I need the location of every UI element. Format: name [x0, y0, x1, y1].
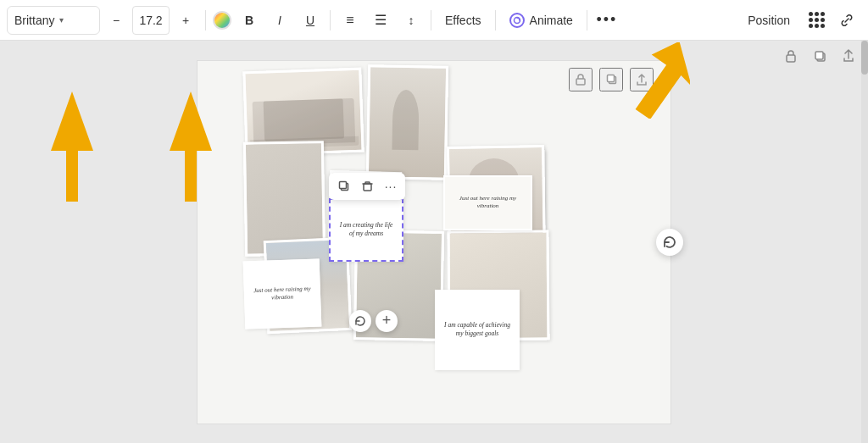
align-button[interactable]: ≡ — [336, 6, 364, 35]
text-color-button[interactable] — [213, 11, 231, 30]
svg-rect-3 — [815, 52, 823, 59]
chevron-down-icon: ▾ — [59, 15, 64, 25]
divider-2 — [330, 10, 331, 30]
divider-3 — [431, 10, 431, 30]
rotate-icon — [354, 315, 366, 327]
font-name-label: Brittany — [14, 14, 54, 27]
bold-button[interactable]: B — [235, 6, 264, 35]
text-dreams: I am creating the life of my dreams — [337, 221, 395, 238]
mini-copy-button[interactable] — [332, 175, 354, 197]
italic-button[interactable]: I — [265, 6, 294, 35]
copy-icon — [814, 50, 826, 63]
line-height-button[interactable]: ↕ — [397, 6, 426, 35]
canvas-rotate-icon — [663, 235, 676, 249]
center-arrow-svg — [165, 91, 216, 202]
position-button[interactable]: Position — [737, 6, 800, 35]
svg-marker-6 — [625, 42, 690, 119]
svg-marker-5 — [170, 91, 212, 202]
add-handle[interactable]: + — [376, 310, 398, 332]
position-label: Position — [748, 14, 790, 27]
text-card-goals[interactable]: I am capable of achieving my biggest goa… — [435, 290, 520, 370]
lock-button[interactable] — [778, 43, 804, 69]
svg-marker-4 — [51, 91, 93, 202]
grid-icon — [809, 12, 825, 28]
arrow-center — [165, 91, 216, 193]
divider-5 — [587, 10, 587, 30]
divider-4 — [495, 10, 496, 30]
mini-delete-button[interactable] — [356, 175, 378, 197]
link-icon — [839, 13, 854, 28]
animate-icon — [509, 13, 525, 28]
main-toolbar: Brittany ▾ − + B I U ≡ ☰ ↕ Effects Anima… — [0, 0, 868, 41]
canvas-area: I am creating the life of my dreams ··· — [0, 41, 868, 443]
left-arrow-svg — [47, 91, 97, 202]
decrease-font-button[interactable]: − — [102, 6, 131, 35]
photo-stairs-inner — [369, 67, 446, 178]
rotate-handle[interactable] — [349, 310, 371, 332]
svg-rect-1 — [787, 55, 795, 62]
canvas-rotate-button[interactable] — [656, 229, 683, 256]
grid-view-button[interactable] — [802, 6, 831, 35]
canvas-lock-icon — [576, 74, 586, 86]
increase-font-button[interactable]: + — [171, 6, 200, 35]
mini-more-icon: ··· — [385, 180, 398, 193]
animate-label: Animate — [530, 14, 573, 27]
mini-toolbar: ··· — [329, 173, 405, 200]
top-right-arrow-svg — [614, 42, 690, 119]
text-goals: I am capable of achieving my biggest goa… — [443, 321, 511, 338]
arrow-left — [47, 91, 97, 193]
photo-stairs[interactable] — [366, 64, 448, 180]
font-selector[interactable]: Brittany ▾ — [7, 6, 100, 35]
svg-rect-11 — [339, 182, 346, 189]
text-vibration-right: Just out here raising my vibration — [452, 195, 524, 210]
scrollbar-thumb — [861, 41, 868, 75]
divider-1 — [205, 10, 206, 30]
underline-button[interactable]: U — [296, 6, 325, 35]
animate-button[interactable]: Animate — [501, 6, 581, 35]
svg-rect-12 — [364, 184, 371, 191]
svg-rect-9 — [607, 75, 614, 82]
scrollbar[interactable] — [861, 41, 868, 443]
plus-icon: + — [382, 312, 392, 329]
share-icon — [843, 49, 854, 63]
text-card-vibration-right[interactable]: Just out here raising my vibration — [443, 175, 532, 230]
text-card-vibration-left[interactable]: Just out here raising my vibration — [243, 258, 322, 329]
font-size-input[interactable] — [132, 6, 170, 35]
copy-button[interactable] — [807, 43, 832, 69]
mini-more-button[interactable]: ··· — [380, 175, 402, 197]
mini-delete-icon — [362, 180, 373, 191]
effects-button[interactable]: Effects — [437, 6, 490, 35]
canvas-lock-button[interactable] — [569, 68, 593, 91]
design-canvas: I am creating the life of my dreams ··· — [197, 60, 671, 424]
arrow-top-right — [614, 42, 690, 119]
lock-icon — [785, 49, 797, 63]
text-card-dreams[interactable]: I am creating the life of my dreams — [329, 198, 403, 262]
font-size-group: − + — [102, 6, 200, 35]
list-button[interactable]: ☰ — [366, 6, 395, 35]
text-vibration-left: Just out here raising my vibration — [253, 285, 313, 302]
share-button[interactable] — [836, 43, 861, 69]
mini-copy-icon — [338, 180, 349, 191]
secondary-toolbar — [778, 41, 861, 71]
svg-rect-7 — [576, 79, 585, 85]
effects-label: Effects — [445, 14, 481, 27]
link-button[interactable] — [832, 6, 861, 35]
more-button[interactable]: ••• — [593, 6, 621, 35]
more-icon: ••• — [596, 11, 617, 29]
